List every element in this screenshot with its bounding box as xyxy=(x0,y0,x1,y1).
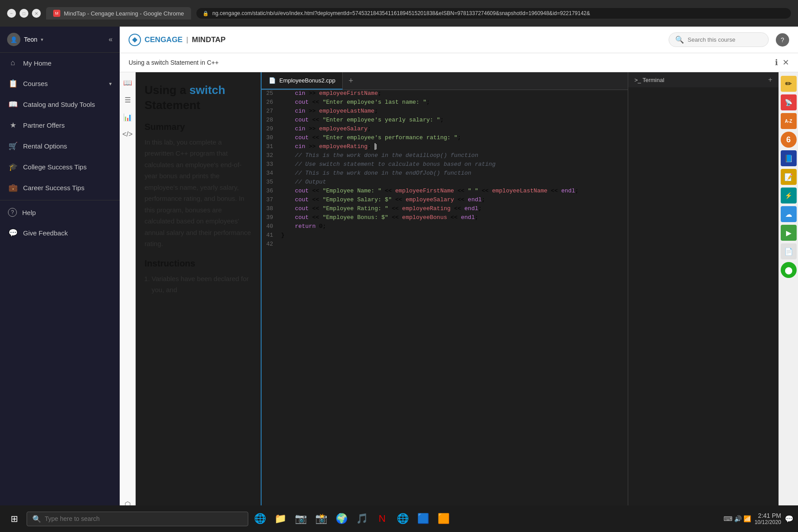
terminal-body[interactable] xyxy=(628,87,778,532)
add-terminal-button[interactable]: + xyxy=(768,76,772,84)
sub-header-actions: ℹ ✕ xyxy=(775,58,789,67)
drive-tool-icon[interactable]: ▶ xyxy=(781,225,797,241)
close-panel-button[interactable]: ✕ xyxy=(782,58,789,67)
code-line: 25 cin >> employeeFirstName; xyxy=(262,90,628,99)
reading-panel-wrapper: 📖 ☰ 📊 </> ⬡ ❓ Using a switch Statement S… xyxy=(120,72,262,532)
editor-tab-employeebonus2[interactable]: 📄 EmployeeBonus2.cpp xyxy=(262,72,343,90)
six-icon[interactable]: 6 xyxy=(781,132,797,148)
chart-icon[interactable]: 📊 xyxy=(123,113,132,121)
taskbar-icon-edge[interactable]: 🌐 xyxy=(251,510,269,528)
circle-tool-icon[interactable]: ⬤ xyxy=(781,262,797,278)
sidebar-item-label: Catalog and Study Tools xyxy=(23,101,95,108)
line-code xyxy=(279,241,628,250)
tray-icons: ⌨ 🔊 📶 xyxy=(724,515,751,522)
taskbar-search-icon: 🔍 xyxy=(32,515,41,523)
sidebar-item-catalog[interactable]: 📖 Catalog and Study Tools xyxy=(0,94,120,115)
taskbar-icon-folder[interactable]: 📁 xyxy=(271,510,289,528)
courses-left: 📋 Courses xyxy=(8,79,48,88)
logo-cengage: CENGAGE xyxy=(145,35,183,44)
user-menu[interactable]: 👤 Teon ▾ xyxy=(7,33,43,46)
book-open-icon[interactable]: 📖 xyxy=(123,78,132,87)
lightning-icon[interactable]: ⚡ xyxy=(781,188,797,203)
sub-header-title: Using a switch Statement in C++ xyxy=(129,59,219,66)
book-tool-icon[interactable]: 📘 xyxy=(781,150,797,166)
switch-keyword: switch xyxy=(189,83,225,97)
sidebar-item-courses[interactable]: 📋 Courses ▾ xyxy=(0,73,120,94)
terminal-panel: >_ Terminal + xyxy=(628,72,778,532)
pencil-tool-icon[interactable]: ✏ xyxy=(781,76,797,92)
sidebar-item-partner-offers[interactable]: ★ Partner Offers xyxy=(0,115,120,136)
taskbar-icon-browser[interactable]: 🌍 xyxy=(332,510,350,528)
code-line: 42 xyxy=(262,241,628,250)
browser-window-controls[interactable]: − □ ✕ xyxy=(7,9,41,18)
taskbar-icon-music[interactable]: 🎵 xyxy=(353,510,371,528)
code-icon[interactable]: </> xyxy=(122,130,133,138)
taskbar-search-input[interactable] xyxy=(45,515,243,522)
note-tool-icon[interactable]: 📝 xyxy=(781,169,797,185)
info-button[interactable]: ℹ xyxy=(775,58,778,67)
line-code: cout << "Enter employee's performance ra… xyxy=(279,134,628,143)
sidebar-item-give-feedback[interactable]: 💬 Give Feedback xyxy=(0,223,120,243)
code-line: 36 cout << "Employee Name: " << employee… xyxy=(262,188,628,196)
lock-icon: 🔒 xyxy=(203,11,209,16)
add-editor-tab-button[interactable]: + xyxy=(343,72,359,90)
list-icon[interactable]: ☰ xyxy=(125,96,131,104)
sidebar-item-college-success[interactable]: 🎓 College Success Tips xyxy=(0,156,120,177)
summary-heading: Summary xyxy=(145,122,252,132)
line-number: 32 xyxy=(262,152,279,161)
reading-toolbar: 📖 ☰ 📊 </> ⬡ ❓ xyxy=(120,72,136,532)
sidebar-item-rental-options[interactable]: 🛒 Rental Options xyxy=(0,136,120,156)
app-container: 👤 Teon ▾ « ⌂ My Home 📋 Courses ▾ 📖 Catal… xyxy=(0,27,798,532)
code-line: 41} xyxy=(262,232,628,241)
taskbar-icon-app4[interactable]: 🟧 xyxy=(434,510,452,528)
notification-icon[interactable]: 💬 xyxy=(785,515,794,523)
line-code: cout << "Enter employee's yearly salary:… xyxy=(279,117,628,125)
rss-icon[interactable]: 📡 xyxy=(781,94,797,110)
sidebar-item-help[interactable]: ? Help xyxy=(0,202,120,223)
terminal-header: >_ Terminal + xyxy=(628,72,778,87)
close-button[interactable]: ✕ xyxy=(32,9,41,18)
search-icon: 🔍 xyxy=(675,35,684,44)
taskbar-search-box[interactable]: 🔍 xyxy=(27,512,248,526)
line-code: cin >> employeeFirstName; xyxy=(279,90,628,99)
page-tool-icon[interactable]: 📄 xyxy=(781,243,797,259)
search-input[interactable] xyxy=(688,36,762,43)
taskbar-icon-chrome[interactable]: 🌐 xyxy=(394,510,411,528)
line-code: } xyxy=(279,232,628,241)
sidebar-item-career-success[interactable]: 💼 Career Success Tips xyxy=(0,177,120,198)
code-line: 32 // This is the work done in the detai… xyxy=(262,152,628,161)
help-icon: ? xyxy=(8,208,17,217)
help-question-button[interactable]: ? xyxy=(776,33,789,47)
start-button[interactable]: ⊞ xyxy=(4,509,24,528)
taskbar-icon-app2[interactable]: 📸 xyxy=(312,510,330,528)
taskbar-icon-netflix[interactable]: N xyxy=(373,510,391,528)
taskbar-icon-app3[interactable]: 🟦 xyxy=(414,510,432,528)
taskbar-icon-app1[interactable]: 📷 xyxy=(292,510,309,528)
sidebar-item-my-home[interactable]: ⌂ My Home xyxy=(0,53,120,73)
code-line: 35 // Output xyxy=(262,179,628,188)
sidebar-item-label: Give Feedback xyxy=(23,229,68,237)
taskbar-clock: 2:41 PM 10/12/2020 xyxy=(755,512,781,525)
collapse-sidebar-button[interactable]: « xyxy=(109,35,113,43)
line-code: cin >> employeeSalary; xyxy=(279,125,628,134)
code-line: 34 // This is the work done in the endOf… xyxy=(262,170,628,179)
title-before: Using a xyxy=(145,83,189,97)
browser-tab[interactable]: M MindTap - Cengage Learning - Google Ch… xyxy=(46,7,191,20)
az-icon[interactable]: A-Z xyxy=(781,113,797,129)
line-number: 26 xyxy=(262,99,279,108)
minimize-button[interactable]: − xyxy=(7,9,16,18)
maximize-button[interactable]: □ xyxy=(20,9,28,18)
line-number: 25 xyxy=(262,90,279,99)
line-number: 33 xyxy=(262,161,279,170)
search-bar[interactable]: 🔍 xyxy=(669,32,769,47)
top-bar: CENGAGE | MINDTAP 🔍 ? xyxy=(120,27,798,53)
code-editor[interactable]: 25 cin >> employeeFirstName;26 cout << "… xyxy=(262,90,628,532)
code-line: 28 cout << "Enter employee's yearly sala… xyxy=(262,117,628,125)
cloud-tool-icon[interactable]: ☁ xyxy=(781,206,797,222)
editor-tabs: 📄 EmployeeBonus2.cpp + xyxy=(262,72,628,90)
code-line: 38 cout << "Employee Rating: " << employ… xyxy=(262,205,628,214)
address-bar[interactable]: 🔒 ng.cengage.com/static/nb/ui/evo/index.… xyxy=(196,8,791,19)
code-line: 33 // Use switch statement to calculate … xyxy=(262,161,628,170)
chevron-down-icon: ▾ xyxy=(41,37,43,43)
nav-separator xyxy=(0,200,120,200)
